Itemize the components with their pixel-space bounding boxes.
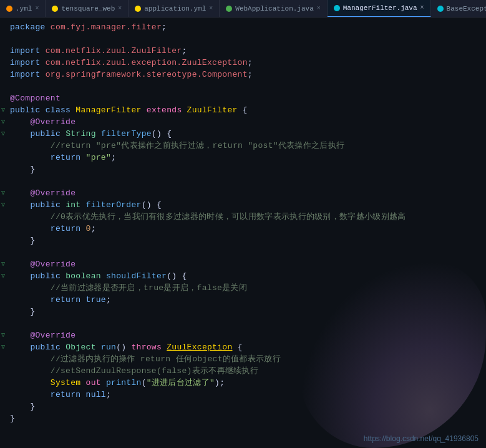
close-icon-tensquare[interactable]: × (118, 5, 122, 12)
watermark: https://blog.csdn.net/qq_41936805 (364, 434, 479, 443)
tab-icon-webapplication (226, 6, 232, 12)
code-line-comment3: //当前过滤器是否开启，true是开启，false是关闭 (0, 282, 486, 294)
code-line-return-null: return null; (0, 389, 486, 401)
close-icon-yml[interactable]: × (35, 5, 39, 12)
tab-label-tensquare: tensquare_web (61, 5, 115, 12)
code-line-override1: ▽ @Override (0, 116, 486, 128)
code-line-close2: } (0, 235, 486, 246)
tab-baseexception[interactable]: BaseExceptionHa... × (431, 0, 486, 17)
code-line-comment4: //过滤器内执行的操作 return 任何object的值都表示放行 (0, 353, 486, 365)
tab-label-yml: .yml (16, 5, 32, 12)
tab-icon-managerfilter (334, 5, 340, 11)
tab-label-application-yml: application.yml (144, 5, 206, 12)
line-text-1: package com.fyj.manager.filter; (7, 21, 486, 33)
tab-webapplication[interactable]: WebApplication.java × (220, 0, 327, 17)
code-line-close1: } (0, 163, 486, 175)
close-icon-webapplication[interactable]: × (317, 5, 321, 12)
code-line-run: ▽ public Object run() throws ZuulExcepti… (0, 341, 486, 353)
code-line-import1: import com.netflix.zuul.ZuulFilter; (0, 45, 486, 57)
code-line-shouldfilter: ▽ public boolean shouldFilter() { (0, 270, 486, 282)
code-line-close-class: } (0, 412, 486, 424)
code-line-blank5 (0, 318, 486, 329)
code-line-import3: import org.springframework.stereotype.Co… (0, 69, 486, 80)
code-line-classdef: ▽ public class ManagerFilter extends Zuu… (0, 104, 486, 116)
code-line-close3: } (0, 306, 486, 318)
tab-label-webapplication: WebApplication.java (235, 5, 313, 12)
tab-label-baseexception: BaseExceptionHa... (447, 5, 486, 12)
tab-yml[interactable]: .yml × (0, 0, 46, 17)
code-line-comment5: //setSendZuulResponse(false)表示不再继续执行 (0, 365, 486, 377)
code-line-import2: import com.netflix.zuul.exception.ZuulEx… (0, 57, 486, 69)
close-icon-application-yml[interactable]: × (209, 5, 213, 12)
code-line-filterorder: ▽ public int filterOrder() { (0, 199, 486, 211)
code-line-println: System out println("进进后台过滤了"); (0, 377, 486, 389)
code-line-override2: ▽ @Override (0, 187, 486, 199)
code-editor: package com.fyj.manager.filter; import c… (0, 17, 486, 448)
code-line-blank3 (0, 175, 486, 187)
code-line-comment2: //0表示优先执行，当我们有很多过滤器的时候，可以用数字表示执行的级别，数字越小… (0, 211, 486, 223)
code-line-return-pre: return "pre"; (0, 152, 486, 163)
code-line-close4: } (0, 401, 486, 412)
code-line-override4: ▽ @Override (0, 329, 486, 341)
code-line-annotation: @Component (0, 92, 486, 104)
code-line-1: package com.fyj.manager.filter; (0, 21, 486, 33)
tab-bar: .yml × tensquare_web × application.yml ×… (0, 0, 486, 17)
code-line-blank4 (0, 246, 486, 258)
code-content: package com.fyj.manager.filter; import c… (0, 17, 486, 428)
tab-icon-application-yml (135, 6, 141, 12)
tab-icon-baseexception (437, 6, 444, 12)
close-icon-managerfilter[interactable]: × (420, 4, 424, 11)
tab-managerfilter[interactable]: ManagerFilter.java × (328, 0, 431, 17)
tab-application-yml[interactable]: application.yml × (129, 0, 220, 17)
tab-label-managerfilter: ManagerFilter.java (343, 4, 417, 12)
tab-tensquare[interactable]: tensquare_web × (46, 0, 129, 17)
code-line-return-0: return 0; (0, 223, 486, 235)
code-line-return-true: return true; (0, 294, 486, 306)
code-line-blank2 (0, 80, 486, 92)
code-line-blank1 (0, 33, 486, 45)
code-line-filtertype: ▽ public String filterType() { (0, 128, 486, 140)
code-line-override3: ▽ @Override (0, 258, 486, 270)
tab-icon-yml (6, 6, 12, 12)
code-line-comment1: //return "pre"代表操作之前执行过滤，return "post"代表… (0, 140, 486, 152)
tab-icon-tensquare (52, 6, 58, 12)
